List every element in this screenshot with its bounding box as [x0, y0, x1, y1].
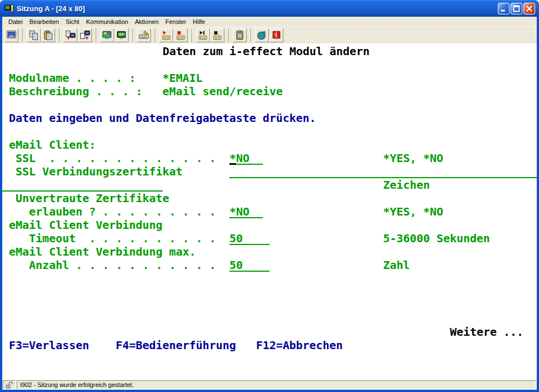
toolbar-separator	[155, 28, 156, 42]
menu-item-kommunikation[interactable]: Kommunikation	[82, 18, 131, 26]
screen-title: Daten zum i-effect Modul ändern	[163, 45, 370, 58]
status-message: I902 - Sitzung wurde erfolgreich gestart…	[20, 381, 134, 388]
display-setup-icon	[102, 30, 112, 41]
connection-status-cell	[3, 380, 16, 389]
keyboard-setup-icon	[139, 30, 149, 41]
caption-buttons	[498, 3, 535, 14]
copy-button[interactable]	[27, 28, 41, 42]
section-email-client: eMail Client:	[9, 138, 96, 151]
more-indicator: Weitere ...	[450, 325, 523, 339]
play-macro-icon	[198, 30, 208, 41]
paste-icon	[43, 30, 53, 41]
help-icon: ?	[271, 30, 282, 41]
toolbar-separator	[22, 28, 23, 42]
terminal-session-icon	[4, 4, 14, 13]
menu-item-aktionen[interactable]: Aktionen	[131, 18, 162, 26]
close-icon	[524, 3, 535, 14]
untrusted-certs-input[interactable]: *NO	[229, 205, 263, 218]
session-window-icon	[6, 30, 17, 41]
menu-item-datei[interactable]: Datei	[5, 18, 26, 26]
web-support-button[interactable]: ?	[255, 28, 269, 42]
receive-file-icon	[80, 30, 90, 41]
timeout-label-1: eMail Client Verbindung	[9, 218, 163, 232]
window-title: Sitzung A - [24 x 80]	[17, 4, 498, 13]
ssl-cert-input-continuation[interactable]	[2, 178, 163, 192]
toolbar-separator	[59, 28, 60, 42]
record-macro-icon	[161, 30, 171, 41]
toolbar-separator	[192, 28, 193, 42]
toolbar-separator	[251, 28, 252, 42]
stop-record-icon	[175, 30, 186, 41]
untrusted-certs-label-1: Unvertraute Zertifikate	[16, 192, 169, 205]
svg-text:?: ?	[274, 32, 277, 38]
play-macro-button[interactable]	[196, 28, 210, 42]
connection-status-icon	[5, 381, 13, 389]
timeout-input[interactable]: 50	[229, 232, 270, 245]
function-key-line: F3=Verlassen F4=Bedienerführung F12=Abbr…	[9, 339, 343, 352]
maximize-button[interactable]	[511, 3, 522, 14]
status-bar: I902 - Sitzung wurde erfolgreich gestart…	[2, 380, 537, 390]
app-icon[interactable]	[4, 4, 14, 13]
modulname-line: Modulname . . . . : *EMAIL	[9, 71, 203, 85]
application-window: Sitzung A - [24 x 80] Datei Bearbeiten S…	[0, 0, 539, 392]
ssl-cert-hint: Zeichen	[383, 178, 430, 192]
send-file-button[interactable]	[63, 28, 77, 42]
text-cursor	[229, 163, 236, 165]
menu-item-hilfe[interactable]: Hilfe	[189, 18, 208, 26]
timeout-label-2: Timeout . . . . . . . . . .	[29, 232, 216, 245]
toolbar-separator	[133, 28, 134, 42]
close-button[interactable]	[523, 3, 535, 14]
keyboard-setup-button[interactable]	[137, 28, 151, 42]
copy-icon	[28, 30, 39, 41]
beschreibung-line: Beschreibung . . . : eMail send/receive	[9, 85, 283, 98]
ssl-label: SSL . . . . . . . . . . . . .	[16, 151, 216, 165]
max-count-label-2: Anzahl . . . . . . . . . . .	[29, 258, 216, 272]
instruction-line: Daten eingeben und Datenfreigabetaste dr…	[9, 111, 316, 125]
paste-button[interactable]	[41, 28, 55, 42]
menu-item-sicht[interactable]: Sicht	[62, 18, 82, 26]
macro-edit-button[interactable]	[233, 28, 247, 42]
ssl-cert-label: SSL Verbindungszertifikat	[16, 165, 183, 178]
toolbar-separator	[96, 28, 97, 42]
minimize-icon	[498, 3, 509, 14]
untrusted-certs-label-2: erlauben ? . . . . . . . . .	[29, 205, 216, 218]
stop-play-icon	[212, 30, 223, 41]
stop-record-button[interactable]	[174, 28, 188, 42]
session-window-button[interactable]	[4, 28, 18, 42]
display-setup-button[interactable]	[100, 28, 114, 42]
untrusted-certs-hint: *YES, *NO	[383, 205, 443, 218]
stop-play-button[interactable]	[210, 28, 224, 42]
ssl-cert-input[interactable]	[229, 165, 537, 178]
record-macro-button[interactable]	[159, 28, 173, 42]
receive-file-button[interactable]	[78, 28, 92, 42]
help-button[interactable]: ?	[270, 28, 283, 42]
toolbar-separator	[228, 28, 229, 42]
menu-item-bearbeiten[interactable]: Bearbeiten	[26, 18, 62, 26]
max-count-input[interactable]: 50	[229, 258, 270, 272]
web-support-icon: ?	[257, 30, 267, 41]
screen-colors-icon	[116, 30, 127, 41]
svg-text:?: ?	[262, 30, 266, 37]
timeout-hint: 5-36000 Sekunden	[383, 232, 490, 245]
toolbar: ??	[2, 27, 537, 43]
status-message-cell: I902 - Sitzung wurde erfolgreich gestart…	[17, 380, 536, 389]
terminal-screen[interactable]: Daten zum i-effect Modul ändernModulname…	[2, 43, 537, 380]
screen-colors-button[interactable]	[115, 28, 129, 42]
ssl-hint: *YES, *NO	[383, 151, 443, 165]
send-file-icon	[65, 30, 76, 41]
macro-edit-icon	[234, 30, 245, 41]
title-bar: Sitzung A - [24 x 80]	[0, 0, 539, 17]
maximize-icon	[511, 3, 522, 14]
minimize-button[interactable]	[498, 3, 509, 14]
menu-item-fenster[interactable]: Fenster	[162, 18, 189, 26]
max-count-hint: Zahl	[383, 258, 410, 272]
max-count-label-1: eMail Client Verbindung max.	[9, 245, 196, 258]
menu-bar: Datei Bearbeiten Sicht Kommunikation Akt…	[2, 17, 537, 27]
